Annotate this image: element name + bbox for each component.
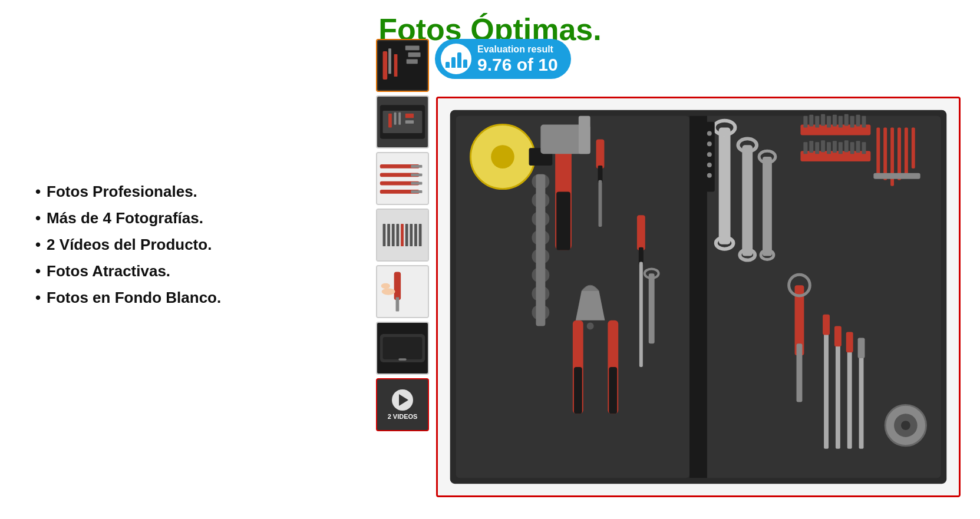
bar2 — [451, 57, 456, 68]
svg-rect-124 — [834, 326, 842, 347]
svg-rect-107 — [803, 142, 807, 154]
bar-chart-icon — [446, 50, 467, 68]
bullet-list: Fotos Profesionales. Más de 4 Fotografía… — [35, 183, 221, 315]
bullet-item-1: Fotos Profesionales. — [35, 183, 221, 201]
thumb-img-5 — [377, 265, 428, 318]
svg-rect-31 — [405, 224, 408, 246]
svg-rect-119 — [797, 343, 803, 402]
svg-point-135 — [707, 152, 712, 157]
tool-case-svg — [438, 98, 959, 495]
svg-rect-32 — [410, 224, 413, 246]
video-label: 2 VIDEOS — [388, 413, 418, 420]
svg-rect-33 — [414, 224, 417, 246]
svg-rect-26 — [383, 224, 386, 246]
svg-rect-117 — [862, 142, 866, 154]
svg-rect-65 — [596, 139, 605, 168]
thumb-img-6 — [377, 322, 428, 375]
svg-rect-92 — [912, 128, 915, 168]
thumbnail-4[interactable] — [376, 209, 429, 262]
svg-rect-71 — [609, 367, 617, 414]
svg-rect-69 — [574, 367, 582, 414]
thumb-img-4 — [377, 209, 428, 262]
svg-rect-53 — [556, 192, 570, 250]
svg-rect-78 — [719, 128, 731, 244]
evaluation-label: Evaluation result — [477, 44, 558, 55]
svg-rect-112 — [833, 141, 837, 153]
thumbnail-2[interactable] — [376, 95, 429, 148]
svg-rect-67 — [599, 180, 602, 227]
thumb-img-2 — [377, 95, 428, 148]
svg-rect-91 — [905, 128, 908, 174]
svg-point-133 — [707, 131, 712, 136]
svg-rect-128 — [858, 338, 865, 358]
svg-point-50 — [491, 145, 514, 168]
svg-rect-96 — [809, 115, 813, 127]
svg-point-72 — [587, 323, 594, 330]
svg-rect-126 — [846, 332, 853, 352]
svg-rect-15 — [405, 120, 414, 124]
svg-rect-3 — [388, 48, 391, 74]
svg-rect-18 — [411, 165, 422, 168]
svg-rect-12 — [394, 113, 397, 125]
svg-rect-22 — [411, 182, 422, 185]
svg-rect-88 — [883, 128, 887, 180]
svg-rect-43 — [398, 358, 406, 361]
svg-point-137 — [707, 173, 712, 178]
svg-rect-7 — [407, 59, 418, 64]
thumb-img-3 — [377, 152, 428, 205]
svg-rect-64 — [536, 174, 545, 326]
bullet-item-5: Fotos en Fondo Blanco. — [35, 289, 221, 307]
svg-rect-11 — [388, 114, 392, 128]
svg-rect-20 — [411, 173, 422, 176]
svg-rect-111 — [827, 142, 831, 154]
svg-rect-28 — [392, 224, 395, 246]
svg-rect-121 — [824, 332, 829, 448]
thumbnail-7-video[interactable]: 2 VIDEOS — [376, 378, 429, 431]
svg-rect-81 — [742, 145, 753, 256]
svg-rect-42 — [383, 337, 423, 359]
svg-rect-76 — [649, 273, 655, 343]
svg-rect-110 — [821, 140, 825, 152]
svg-rect-100 — [833, 115, 837, 127]
svg-rect-115 — [850, 142, 854, 154]
svg-rect-125 — [847, 349, 852, 449]
svg-point-131 — [901, 421, 910, 430]
svg-rect-87 — [876, 128, 880, 174]
svg-point-136 — [707, 163, 712, 167]
svg-rect-90 — [897, 128, 901, 180]
svg-point-134 — [707, 141, 712, 146]
evaluation-score: 9.76 of 10 — [477, 55, 558, 74]
svg-rect-99 — [827, 116, 831, 128]
svg-rect-29 — [396, 224, 399, 246]
thumbnail-3[interactable] — [376, 152, 429, 205]
svg-rect-104 — [856, 115, 860, 127]
thumbnail-5[interactable] — [376, 265, 429, 318]
svg-rect-108 — [809, 141, 813, 153]
svg-point-38 — [382, 288, 395, 295]
evaluation-text: Evaluation result 9.76 of 10 — [477, 44, 558, 74]
svg-rect-84 — [763, 157, 772, 256]
svg-rect-103 — [850, 116, 854, 128]
bullet-item-2: Más de 4 Fotografías. — [35, 209, 221, 227]
svg-rect-116 — [856, 141, 860, 153]
thumb-img-1 — [377, 39, 428, 92]
svg-rect-101 — [839, 116, 843, 128]
svg-rect-2 — [383, 51, 388, 80]
svg-rect-114 — [844, 140, 849, 152]
svg-rect-5 — [405, 46, 420, 51]
svg-rect-13 — [398, 113, 401, 125]
svg-rect-24 — [411, 190, 422, 193]
thumbnail-1[interactable] — [376, 39, 429, 92]
svg-rect-109 — [815, 142, 819, 154]
svg-rect-14 — [405, 114, 414, 118]
svg-rect-113 — [839, 142, 843, 154]
play-icon — [392, 389, 413, 411]
evaluation-badge: Evaluation result 9.76 of 10 — [435, 39, 571, 79]
svg-rect-105 — [862, 116, 866, 128]
svg-rect-30 — [401, 224, 404, 246]
svg-point-39 — [381, 283, 390, 289]
svg-rect-55 — [579, 116, 590, 154]
bullet-item-3: 2 Vídeos del Producto. — [35, 236, 221, 254]
thumbnail-6[interactable] — [376, 322, 429, 375]
svg-rect-27 — [387, 224, 390, 246]
